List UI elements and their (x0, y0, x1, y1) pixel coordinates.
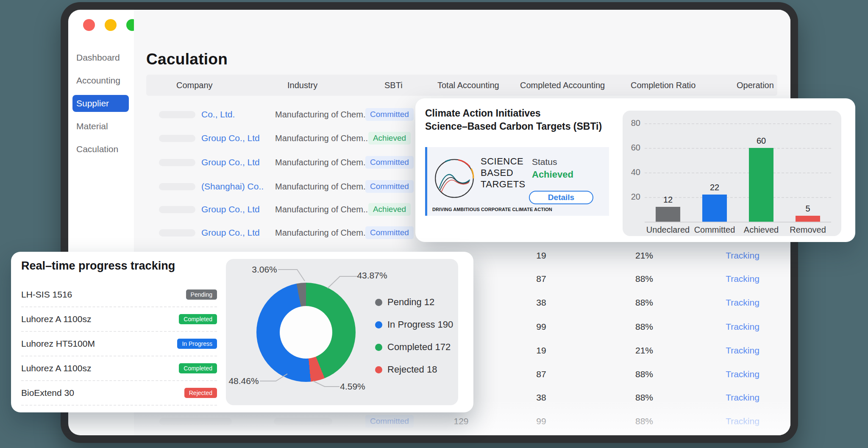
legend-item-pending: Pending 12 (375, 296, 434, 309)
column-header-company: Company (176, 75, 213, 96)
column-header-industry: Industry (287, 75, 317, 96)
company-cell: Group Co., Ltd (159, 222, 260, 244)
company-link[interactable]: (Shanghai) Co.. (201, 181, 264, 192)
company-link[interactable]: Group Co., Ltd (201, 157, 260, 167)
industry-cell: Manufacturing of Chem... (275, 151, 370, 173)
progress-list-item: Luhorez A 1100szCompleted (21, 356, 217, 381)
product-name: BioExtend 30 (21, 388, 74, 398)
bar-value-label: 12 (663, 195, 673, 205)
donut-hole (280, 306, 332, 359)
close-window-button[interactable] (83, 19, 95, 31)
product-name: LH-SIS 1516 (21, 289, 72, 300)
tracking-link[interactable]: Tracking (726, 322, 760, 332)
industry-cell: Manufacturing of Chem... (275, 222, 370, 244)
tracking-link[interactable]: Tracking (726, 298, 760, 308)
product-name: Luhorez HT5100M (21, 339, 95, 349)
sidebar-item-material[interactable]: Material (68, 115, 129, 138)
company-cell: Co., Ltd. (159, 103, 235, 125)
company-link[interactable]: Co., Ltd. (201, 109, 235, 120)
legend-item-completed: Completed 172 (375, 341, 451, 353)
completed-accounting-cell: 19 (520, 339, 562, 362)
tracking-link[interactable]: Tracking (726, 250, 760, 261)
bar-undeclared (656, 207, 680, 222)
operation-cell: Tracking (721, 292, 764, 314)
company-logo-placeholder (159, 135, 195, 142)
company-logo-placeholder (159, 229, 195, 237)
sbti-card-title: Climate Action Initiatives Science–Based… (425, 107, 602, 133)
sbti-status-badge: Committed (365, 415, 414, 428)
progress-status-chip: Pending (186, 289, 217, 300)
bar-removed (796, 216, 820, 222)
sbti-status-cell: Committed (367, 151, 412, 173)
bar-slot-undeclared: 12 (645, 195, 691, 222)
company-cell: Group Co., Ltd (159, 198, 260, 220)
completed-accounting-cell: 99 (520, 316, 562, 338)
sbti-bar-chart: 204060801222605UndeclaredCommittedAchiev… (623, 111, 841, 236)
sbt-logo-caption: DRIVING AMBITIOUS CORPORATE CLIMATE ACTI… (432, 207, 552, 212)
bar-value-label: 5 (805, 204, 810, 214)
progress-status-chip: Completed (179, 314, 217, 324)
company-link[interactable]: Group Co., Ltd (201, 228, 260, 238)
sbti-status-cell: Committed (367, 410, 412, 432)
completion-ratio-cell: 21% (623, 339, 665, 362)
sidebar-item-dashboard[interactable]: Dashboard (68, 46, 129, 69)
y-axis-tick-40: 40 (623, 167, 640, 177)
company-link[interactable]: Group Co., Ltd (201, 204, 260, 214)
completion-ratio-cell: 88% (623, 316, 665, 338)
sbti-status-badge: Achieved (368, 203, 411, 216)
progress-status-chip: Rejected (184, 388, 217, 398)
sbti-status-cell: Committed (367, 222, 412, 244)
tracking-link[interactable]: Tracking (726, 392, 760, 403)
company-cell: Group Co., Ltd (159, 151, 260, 173)
completion-ratio-cell: 88% (623, 363, 665, 385)
completed-accounting-cell: 87 (520, 268, 562, 290)
legend-dot-icon (375, 299, 382, 306)
minimize-window-button[interactable] (105, 19, 117, 31)
tracking-link[interactable]: Tracking (726, 345, 760, 356)
table-row: Committed1299988%Tracking (134, 410, 790, 432)
details-button[interactable]: Details (529, 191, 593, 204)
tracking-link[interactable]: Tracking (726, 369, 760, 379)
sidebar-item-caculation[interactable]: Caculation (68, 138, 129, 161)
industry-placeholder (274, 418, 332, 425)
completed-accounting-cell: 87 (520, 363, 562, 385)
operation-cell: Tracking (721, 363, 764, 385)
company-logo-placeholder (159, 206, 195, 213)
legend-label: Rejected 18 (387, 364, 437, 375)
legend-label: Pending 12 (387, 297, 434, 308)
legend-label: In Progress 190 (387, 319, 453, 330)
completed-accounting-cell: 38 (520, 292, 562, 314)
tracking-link[interactable]: Tracking (726, 274, 760, 284)
y-axis-tick-20: 20 (623, 192, 640, 202)
industry-cell (274, 410, 332, 432)
bar-slot-committed: 22 (691, 183, 738, 222)
sidebar-item-supplier[interactable]: Supplier (72, 95, 129, 112)
x-axis-label-removed: Removed (785, 225, 831, 235)
company-logo-placeholder (159, 183, 195, 190)
company-cell: Group Co., Ltd (159, 127, 260, 149)
donut-pct-pending: 3.06% (252, 264, 277, 275)
sbti-status-cell: Achieved (367, 127, 412, 149)
column-header-completion-ratio: Completion Ratio (631, 75, 696, 96)
column-header-operation: Operation (737, 75, 774, 96)
sidebar-item-accounting[interactable]: Accounting (68, 69, 129, 92)
operation-cell: Tracking (721, 245, 764, 267)
operation-cell: Tracking (721, 410, 764, 432)
completed-accounting-cell: 99 (520, 410, 562, 432)
completion-ratio-cell: 88% (623, 268, 665, 290)
company-cell: (Shanghai) Co.. (159, 175, 264, 198)
x-axis-label-undeclared: Undeclared (645, 225, 691, 235)
completed-accounting-cell: 19 (520, 245, 562, 267)
industry-cell: Manufacturing of Chem... (275, 103, 370, 125)
progress-card-title: Real–time progress tracking (21, 259, 175, 273)
bar-value-label: 22 (710, 183, 719, 192)
tracking-link[interactable]: Tracking (726, 416, 760, 426)
y-axis-tick-80: 80 (623, 118, 640, 128)
company-link[interactable]: Group Co., Ltd (201, 133, 260, 143)
window-traffic-lights (83, 19, 138, 31)
sbti-card-title-line2: Science–Based Carbon Targets (SBTi) (425, 120, 602, 133)
table-header: CompanyIndustrySBTiTotal AccountingCompl… (146, 75, 777, 96)
x-axis-label-achieved: Achieved (738, 225, 785, 235)
donut-pct-completed: 43.87% (357, 270, 387, 281)
industry-cell: Manufacturing of Chem... (275, 198, 370, 220)
